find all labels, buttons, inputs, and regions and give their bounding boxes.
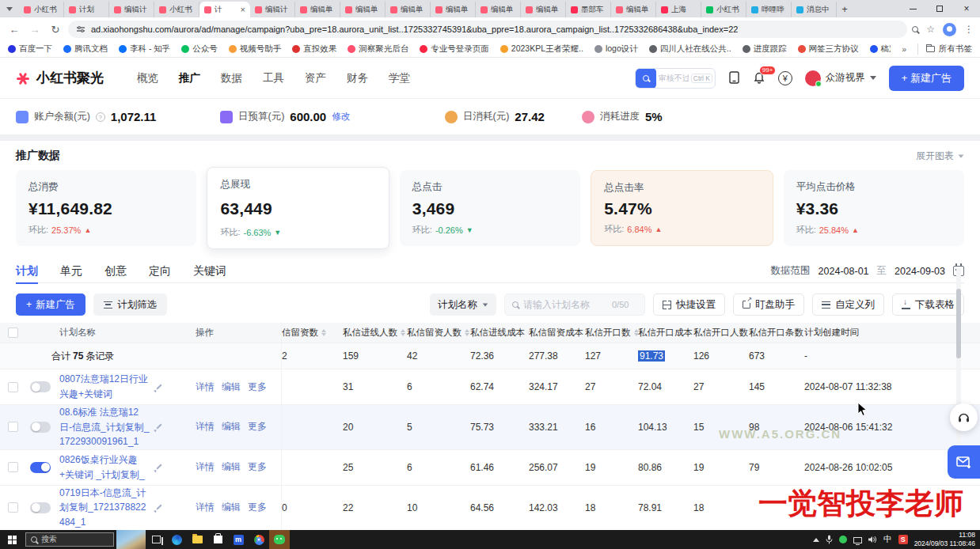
volume-icon[interactable] xyxy=(868,536,877,543)
entity-tab[interactable]: 单元 xyxy=(60,259,82,283)
browser-tab[interactable]: 消息中 xyxy=(792,2,837,17)
more-link[interactable]: 更多 xyxy=(248,420,267,434)
nav-item[interactable]: 工具 xyxy=(263,71,284,85)
browser-tab[interactable]: 编辑单 xyxy=(431,2,476,17)
nav-item[interactable]: 财务 xyxy=(347,71,368,85)
account-switcher[interactable]: 众游视界 xyxy=(805,70,876,86)
watch-assistant-button[interactable]: 盯盘助手 xyxy=(733,293,804,316)
window-maximize-button[interactable] xyxy=(926,0,953,17)
browser-tab[interactable]: 编辑计 xyxy=(250,2,295,17)
tab-close-icon[interactable] xyxy=(241,5,245,14)
plan-name-link[interactable]: 0826饭桌行业兴趣+关键词 _计划复制_ xyxy=(59,452,152,482)
bookmark-item[interactable]: 直投效果 xyxy=(292,44,336,55)
sort-icon[interactable] xyxy=(465,329,469,336)
browser-tab[interactable]: 小红书 xyxy=(154,2,199,17)
device-preview-icon[interactable] xyxy=(728,71,740,85)
entity-tab[interactable]: 创意 xyxy=(104,259,127,283)
bookmark-item[interactable]: 网签三方协议 xyxy=(798,44,859,55)
edit-pencil-icon[interactable] xyxy=(155,464,162,471)
detail-link[interactable]: 详情 xyxy=(196,381,215,394)
browser-tab[interactable]: 编辑单 xyxy=(521,2,566,17)
finance-yuan-icon[interactable]: ¥ xyxy=(778,71,792,85)
bookmark-item[interactable]: 腾讯文档 xyxy=(63,44,108,55)
nav-item[interactable]: 学堂 xyxy=(389,71,410,85)
more-link[interactable]: 更多 xyxy=(248,381,267,394)
detail-link[interactable]: 详情 xyxy=(196,420,215,434)
new-ad-button-toolbar[interactable]: 新建广告 xyxy=(16,293,85,316)
microphone-icon[interactable] xyxy=(826,535,833,544)
new-tab-button[interactable] xyxy=(837,1,853,17)
column-header[interactable]: 私信开口成本 xyxy=(638,327,693,339)
column-header[interactable]: 私信开口条数 xyxy=(749,327,804,339)
file-explorer-icon[interactable] xyxy=(187,530,207,549)
status-toggle[interactable] xyxy=(30,502,51,513)
row-checkbox[interactable] xyxy=(8,462,18,472)
app-m-icon[interactable]: m xyxy=(228,530,249,549)
edit-link[interactable]: 编辑 xyxy=(222,460,241,474)
select-all-checkbox[interactable] xyxy=(8,328,18,338)
edit-pencil-icon[interactable] xyxy=(155,384,162,391)
nav-item[interactable]: 资产 xyxy=(305,71,326,85)
bookmark-item[interactable]: 洞察聚光后台 xyxy=(348,44,408,55)
plan-name-link[interactable]: 0719日本-信息流_计划复制_1721378822484_1 xyxy=(59,486,152,530)
bookmark-item[interactable]: 百度一下 xyxy=(8,44,52,55)
taskbar-search[interactable]: 搜索 xyxy=(25,532,114,547)
row-checkbox[interactable] xyxy=(8,422,18,432)
column-header[interactable]: 计划创建时间 xyxy=(804,327,952,339)
modify-budget-link[interactable]: 修改 xyxy=(332,111,350,123)
row-checkbox[interactable] xyxy=(8,502,18,513)
stat-card[interactable]: 总消费 ¥11,649.82 环比: 25.37% ▲ xyxy=(16,170,196,246)
row-checkbox[interactable] xyxy=(8,382,18,392)
edit-link[interactable]: 编辑 xyxy=(222,420,241,434)
all-bookmarks-button[interactable]: 所有书签 xyxy=(917,44,972,55)
browser-tab[interactable]: 小红书 xyxy=(19,2,64,17)
browser-profile-avatar[interactable] xyxy=(943,23,956,36)
custom-columns-button[interactable]: 自定义列 xyxy=(812,293,884,316)
browser-tab[interactable]: 上海 xyxy=(656,2,701,17)
browser-tab[interactable]: 小红书 xyxy=(701,2,746,17)
browser-tab[interactable]: 编辑单 xyxy=(611,2,656,17)
browser-tab[interactable]: 墨部车 xyxy=(566,2,611,17)
plan-name-search-input[interactable] xyxy=(523,299,607,310)
entity-tab[interactable]: 定向 xyxy=(149,259,171,283)
bookmark-item[interactable]: 四川人社在线公共.. xyxy=(649,44,731,55)
info-icon[interactable]: ? xyxy=(96,112,105,122)
column-header[interactable]: 信留资数 xyxy=(282,327,343,339)
browser-tab[interactable]: 编辑单 xyxy=(386,2,431,17)
store-icon[interactable] xyxy=(207,530,228,549)
detail-link[interactable]: 详情 xyxy=(196,460,215,474)
customer-service-button[interactable] xyxy=(950,403,978,431)
name-filter-select[interactable]: 计划名称 xyxy=(430,293,496,316)
browser-tab[interactable]: 哔哩哔 xyxy=(746,2,792,17)
search-labs-icon[interactable] xyxy=(912,26,918,32)
stat-card[interactable]: 总点击率 5.47% 环比: 6.84% ▲ xyxy=(591,170,773,246)
browser-tab[interactable]: 计划 xyxy=(64,2,109,17)
window-minimize-button[interactable] xyxy=(899,0,926,17)
expand-chart-button[interactable]: 展开图表 xyxy=(916,150,964,163)
bookmark-star-icon[interactable] xyxy=(926,24,935,35)
date-range-picker[interactable]: 数据范围 2024-08-01 至 2024-09-03 xyxy=(771,264,964,278)
plan-filter-button[interactable]: 计划筛选 xyxy=(93,293,167,316)
start-button[interactable] xyxy=(0,530,24,549)
status-toggle[interactable] xyxy=(30,381,51,392)
bookmark-item[interactable]: 视频号助手 xyxy=(229,44,282,55)
browser-tab[interactable]: 编辑单 xyxy=(340,2,386,17)
address-bar[interactable]: ad.xiaohongshu.com/aurora/ad/manage/camp… xyxy=(68,21,907,38)
tray-s-icon[interactable]: S xyxy=(898,535,908,544)
column-header[interactable]: 私信开口数 xyxy=(585,327,638,339)
column-header[interactable]: 私信进线人数 xyxy=(343,327,407,339)
plan-name-link[interactable]: 08.6标准 法意瑞12日-信息流_计划复制_1722930091961_1 xyxy=(59,405,152,449)
notification-bell-icon[interactable]: 99+ xyxy=(753,71,765,85)
new-ad-button-header[interactable]: + 新建广告 xyxy=(889,66,964,91)
browser-tab[interactable]: 计 xyxy=(199,2,250,17)
sort-icon[interactable] xyxy=(401,329,405,336)
tray-green-icon[interactable] xyxy=(839,536,847,543)
reload-button[interactable] xyxy=(47,21,63,37)
edit-link[interactable]: 编辑 xyxy=(222,381,241,394)
bookmark-item[interactable]: 2023KPL王者荣耀.. xyxy=(500,44,583,55)
edit-pencil-icon[interactable] xyxy=(155,504,162,511)
stat-card[interactable]: 平均点击价格 ¥3.36 环比: 25.84% ▲ xyxy=(784,170,964,246)
bookmark-item[interactable]: logo设计 xyxy=(594,44,638,55)
status-toggle[interactable] xyxy=(30,422,51,433)
bookmark-item[interactable]: 公众号 xyxy=(181,44,218,55)
